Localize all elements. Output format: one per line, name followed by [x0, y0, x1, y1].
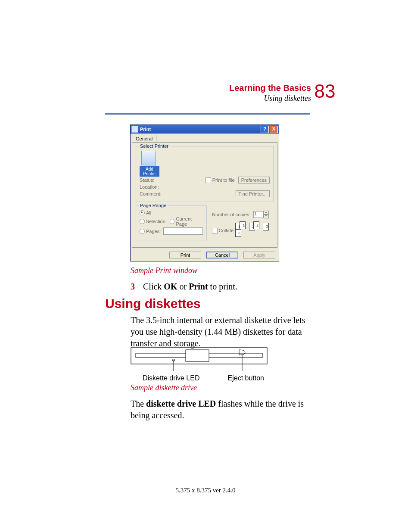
- svg-rect-2: [186, 350, 209, 361]
- status-label: Status:: [140, 177, 165, 183]
- location-label: Location:: [140, 184, 165, 190]
- copies-input[interactable]: 1: [253, 211, 264, 218]
- dialog-panel: Select Printer Add Printer Status: Print…: [132, 142, 277, 248]
- footer-text: 5.375 x 8.375 ver 2.4.0: [0, 487, 411, 494]
- step-number: 3: [131, 282, 135, 291]
- radio-pages-label: Pages:: [146, 229, 161, 234]
- tab-strip: General: [131, 134, 279, 142]
- header-rule: [105, 113, 310, 115]
- copies-spinner[interactable]: ▲▼: [264, 211, 269, 218]
- chapter-title: Learning the Basics: [229, 84, 311, 92]
- print-dialog: Print ? X General Select Printer Add Pri…: [130, 124, 279, 261]
- radio-all-label: All: [146, 210, 151, 215]
- step-3: 3 Click OK or Print to print.: [131, 281, 311, 292]
- add-printer-item[interactable]: Add Printer: [140, 151, 159, 177]
- titlebar: Print ? X: [131, 125, 279, 134]
- pages-input[interactable]: [163, 227, 203, 235]
- caption-diskette-drive: Sample diskette drive: [131, 383, 197, 393]
- section-subtitle: Using diskettes: [229, 94, 311, 103]
- group-legend-range: Page Range: [139, 203, 168, 208]
- help-button[interactable]: ?: [261, 126, 269, 133]
- preferences-button[interactable]: Preferences: [238, 177, 270, 184]
- cancel-button[interactable]: Cancel: [206, 252, 238, 258]
- copies-area: Number of copies: 1 ▲▼ Collate 11 22 33: [210, 205, 274, 244]
- collate-icon: 11 22 33: [237, 223, 272, 238]
- print-to-file-label: Print to file: [212, 177, 235, 183]
- radio-pages[interactable]: [140, 229, 145, 234]
- group-page-range: Page Range All Selection Current Page Pa…: [136, 205, 207, 240]
- apply-button[interactable]: Apply: [243, 252, 275, 258]
- printer-icon: [131, 126, 138, 133]
- para-led: The diskette drive LED flashes while the…: [131, 398, 311, 421]
- group-select-printer: Select Printer Add Printer Status: Print…: [136, 146, 274, 202]
- tab-general[interactable]: General: [132, 135, 156, 142]
- find-printer-button[interactable]: Find Printer...: [236, 190, 270, 197]
- comment-label: Comment:: [140, 191, 165, 196]
- radio-current-label: Current Page: [176, 216, 203, 227]
- collate-checkbox[interactable]: [212, 228, 218, 233]
- copies-label: Number of copies:: [212, 212, 250, 217]
- collate-label: Collate: [219, 228, 234, 233]
- page-header: Learning the Basics Using diskettes: [229, 84, 311, 103]
- add-printer-label: Add Printer: [140, 166, 159, 177]
- radio-selection[interactable]: [140, 219, 145, 224]
- radio-all[interactable]: [140, 210, 145, 215]
- diskette-drive-figure: Diskette drive LED Eject button: [131, 347, 268, 382]
- label-eject-button: Eject button: [228, 375, 265, 382]
- radio-selection-label: Selection: [146, 219, 165, 224]
- dialog-button-row: Print Cancel Apply: [131, 249, 279, 261]
- add-printer-icon: [141, 151, 156, 165]
- label-drive-led: Diskette drive LED: [143, 375, 200, 382]
- caption-print-window: Sample Print window: [131, 266, 197, 276]
- print-button[interactable]: Print: [169, 252, 201, 258]
- print-to-file-checkbox[interactable]: [206, 177, 211, 183]
- radio-current[interactable]: [170, 219, 175, 224]
- para-diskette-intro: The 3.5-inch internal or external disket…: [131, 314, 311, 349]
- page-number: 83: [312, 82, 338, 101]
- group-legend-select: Select Printer: [139, 143, 170, 149]
- close-button[interactable]: X: [270, 126, 278, 133]
- heading-using-diskettes: Using diskettes: [105, 297, 201, 310]
- dialog-title: Print: [140, 127, 260, 132]
